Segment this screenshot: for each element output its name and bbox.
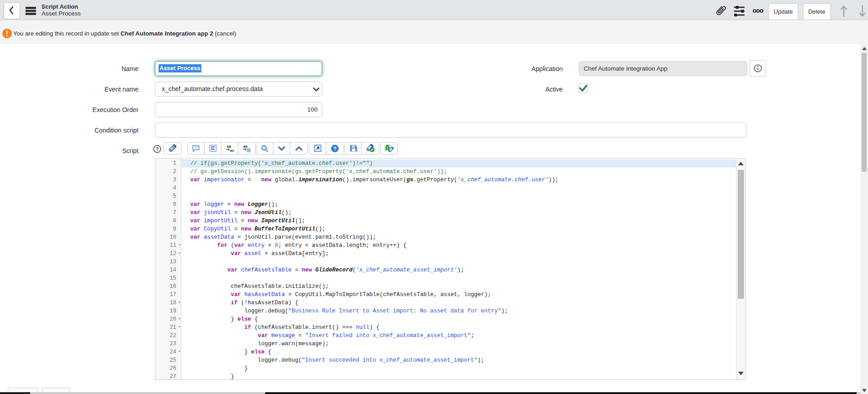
svg-text:ac: ac <box>230 148 234 153</box>
svg-text:ab: ab <box>227 144 231 148</box>
svg-text:?: ? <box>333 146 336 151</box>
svg-text:?: ? <box>156 146 159 152</box>
svg-text:ab: ab <box>243 144 247 148</box>
